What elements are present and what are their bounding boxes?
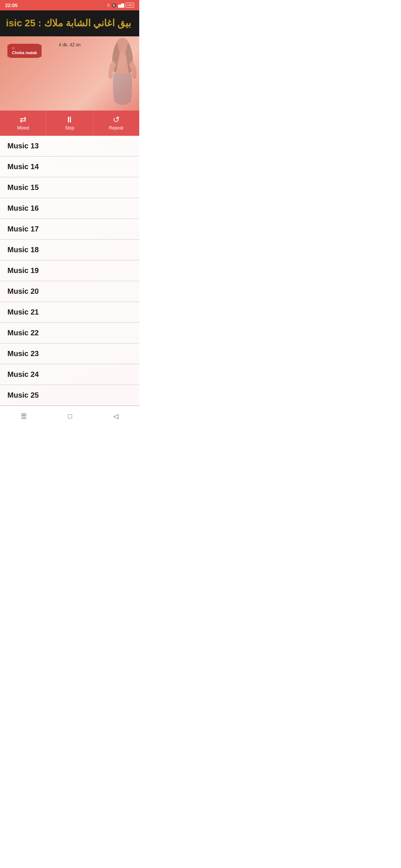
list-item[interactable]: Music 21 [0,302,139,323]
app-title: بيق اغاني الشابة ملاك : 25 isic [6,17,131,29]
list-item[interactable]: Music 18 [0,240,139,260]
stop-button[interactable]: ⏸ Stop [46,111,93,136]
playback-controls: ⇄ Mixed ⏸ Stop ↺ Repeat [0,111,139,136]
background-woman-figure [102,36,139,111]
music-list-container: Music 13Music 14Music 15Music 16Music 17… [0,136,139,406]
nav-bar: ☰ □ ◁ [0,406,139,428]
music-item-label: Music 14 [7,162,39,171]
back-nav-button[interactable]: ◁ [106,410,126,423]
list-item[interactable]: Music 14 [0,157,139,177]
list-item[interactable]: Music 13 [0,136,139,157]
pause-icon: ⏸ [65,116,74,124]
menu-nav-button[interactable]: ☰ [13,410,34,423]
list-item[interactable]: Music 23 [0,343,139,364]
shuffle-icon: ⇄ [20,116,26,124]
header-banner: بيق اغاني الشابة ملاك : 25 isic [0,10,139,36]
music-item-label: Music 23 [7,349,39,358]
shuffle-button[interactable]: ⇄ Mixed [0,111,46,136]
music-item-label: Music 13 [7,142,39,150]
status-time: 22:05 [5,3,17,8]
music-item-label: Music 24 [7,370,39,379]
track-duration: 4 dk. 42 sn [59,42,81,47]
player-area: Cheba malak 4 dk. 42 sn [0,36,139,111]
repeat-icon: ↺ [113,116,120,124]
music-item-label: Music 22 [7,329,39,337]
music-list: Music 13Music 14Music 15Music 16Music 17… [0,136,139,406]
status-bar: 22:05 ⎘ 🔇 ▅▇ 100 [0,0,139,10]
status-icons: ⎘ 🔇 ▅▇ 100 [107,3,134,8]
music-item-label: Music 19 [7,266,39,275]
battery-icon: 100 [125,3,134,8]
list-item[interactable]: Music 20 [0,281,139,302]
signal-icon: ▅▇ [118,3,124,8]
music-item-label: Music 25 [7,391,39,400]
music-item-label: Music 18 [7,246,39,254]
shuffle-label: Mixed [17,125,29,131]
list-item[interactable]: Music 25 [0,385,139,406]
recording-dot [12,47,15,50]
music-item-label: Music 17 [7,225,39,233]
music-item-label: Music 21 [7,308,39,316]
artist-name: Cheba malak [12,50,37,55]
list-item[interactable]: Music 24 [0,364,139,385]
list-item[interactable]: Music 16 [0,198,139,219]
list-item[interactable]: Music 22 [0,323,139,343]
list-item[interactable]: Music 17 [0,219,139,240]
list-item[interactable]: Music 19 [0,260,139,281]
artist-badge: Cheba malak [7,44,42,58]
mute-icon: 🔇 [111,3,117,8]
music-item-label: Music 20 [7,287,39,296]
repeat-label: Repeat [109,125,123,131]
repeat-button[interactable]: ↺ Repeat [93,111,139,136]
home-nav-button[interactable]: □ [61,410,79,423]
music-item-label: Music 16 [7,204,39,213]
list-item[interactable]: Music 15 [0,177,139,198]
bluetooth-icon: ⎘ [107,3,110,7]
stop-label: Stop [65,125,74,131]
music-item-label: Music 15 [7,183,39,192]
